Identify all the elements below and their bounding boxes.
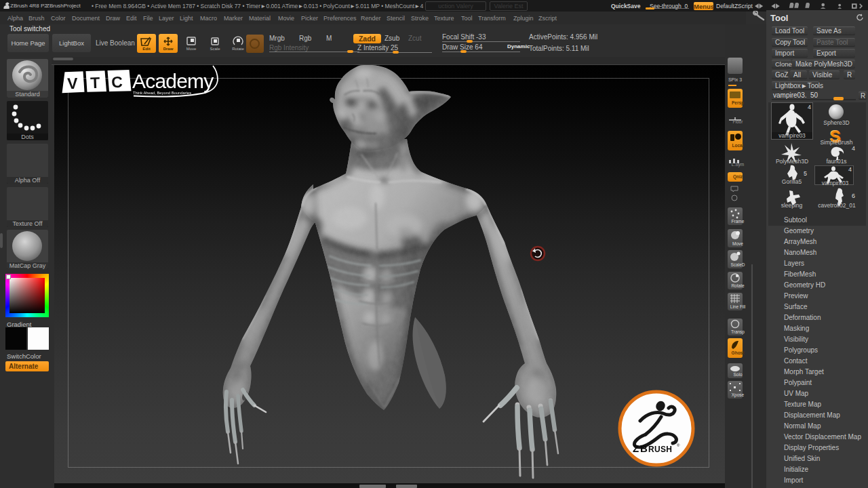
svg-text:Scale: Scale (210, 47, 220, 51)
svg-text:Think Ahead, Beyond Boundaries: Think Ahead, Beyond Boundaries (133, 91, 191, 95)
svg-text:T: T (90, 74, 100, 92)
svg-text:RUSH: RUSH (648, 445, 672, 454)
svg-text:Edit: Edit (142, 47, 150, 51)
svg-text:Z: Z (633, 443, 639, 454)
svg-text:Rotate: Rotate (232, 47, 244, 51)
svg-text:V: V (67, 75, 79, 93)
svg-text:C: C (111, 73, 123, 92)
svg-text:Academy: Academy (132, 70, 214, 92)
svg-text:B: B (640, 443, 648, 454)
svg-text:®: ® (677, 443, 680, 447)
svg-text:Draw: Draw (163, 47, 174, 51)
svg-text:Move: Move (186, 47, 197, 51)
